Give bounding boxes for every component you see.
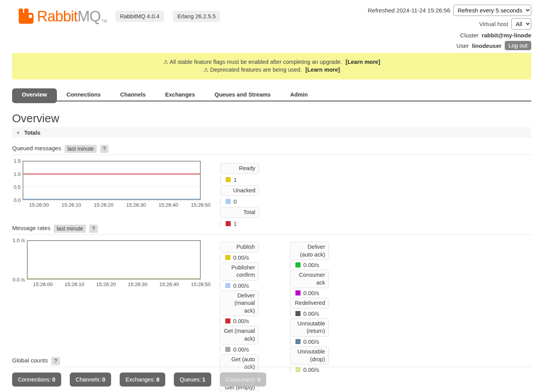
queued-messages-header: Queued messages last minute ?	[12, 145, 531, 155]
logo-text-mq: MQ	[78, 8, 101, 25]
legend-button-deliver-manual[interactable]: Deliver (manual ack)	[220, 290, 259, 316]
refresh-interval-select[interactable]: Refresh every 5 seconds	[453, 5, 531, 16]
page-title: Overview	[12, 112, 59, 125]
tab-overview[interactable]: Overview	[12, 88, 57, 103]
series-color-swatch	[225, 347, 230, 352]
legend-value-deliver-auto: 0.00/s	[290, 262, 333, 268]
global-counts-title: Global counts	[12, 357, 48, 364]
message-rates-legends: Publish 0.00/s Publisher confirm 0.00/s …	[220, 240, 334, 392]
legend-value-publisher-confirm: 0.00/s	[220, 282, 265, 289]
logo-text-rabbit: Rabbit	[37, 8, 78, 25]
queued-messages-legend: Ready 1 Unacked 0 Total 1	[220, 161, 267, 227]
main-nav-tabs: Overview Connections Channels Exchanges …	[12, 88, 531, 104]
message-rates-chart: 1.0 /s0.0 /s 15:26:0015:26:1015:26:2015:…	[12, 240, 201, 288]
virtual-host-select[interactable]: All	[511, 18, 531, 30]
warning-banner: ⚠ All stable feature flags must be enabl…	[12, 53, 531, 79]
user-name: linodeuser	[472, 42, 502, 49]
legend-value-ready: 1	[220, 176, 267, 183]
legend-value-unroutable-return: 0.00/s	[290, 338, 333, 345]
queued-messages-chart: 1.51.00.50.0 15:26:0015:26:1015:26:2015:…	[12, 161, 201, 209]
feature-flags-learn-more-link[interactable]: [Learn more]	[346, 59, 380, 65]
legend-button-total[interactable]: Total	[220, 207, 259, 218]
tab-connections[interactable]: Connections	[57, 88, 111, 103]
legend-value-get-manual: 0.00/s	[220, 346, 265, 353]
queued-help-icon[interactable]: ?	[100, 145, 109, 153]
series-color-swatch	[226, 177, 231, 182]
exchanges-count-button[interactable]: Exchanges:8	[120, 373, 165, 387]
legend-button-publish[interactable]: Publish	[220, 242, 259, 253]
rates-period-badge[interactable]: last minute	[54, 225, 86, 233]
series-color-swatch	[226, 199, 231, 204]
deprecated-warning-text: ⚠ Deprecated features are being used.	[203, 67, 302, 73]
queued-messages-body: 1.51.00.50.0 15:26:0015:26:1015:26:2015:…	[12, 161, 531, 227]
series-color-swatch	[295, 339, 301, 344]
queued-messages-title: Queued messages	[12, 145, 61, 151]
cluster-name: rabbit@my-linode	[482, 32, 531, 39]
rates-help-icon[interactable]: ?	[89, 225, 98, 233]
tab-exchanges[interactable]: Exchanges	[156, 88, 205, 103]
series-color-swatch	[225, 318, 230, 323]
message-rates-body: 1.0 /s0.0 /s 15:26:0015:26:1015:26:2015:…	[12, 240, 531, 392]
tab-queues-and-streams[interactable]: Queues and Streams	[205, 88, 280, 103]
rabbitmq-overview-page: RabbitMQTM RabbitMQ 4.0.4 Erlang 26.2.5.…	[0, 0, 541, 392]
legend-button-unacked[interactable]: Unacked	[220, 185, 259, 196]
legend-value-deliver-manual: 0.00/s	[220, 318, 265, 324]
rates-chart-y-axis: 1.0 /s0.0 /s	[12, 240, 27, 279]
message-rates-title: Message rates	[12, 225, 50, 231]
connections-count-button[interactable]: Connections:0	[12, 373, 61, 387]
totals-label: Totals	[24, 130, 41, 136]
queued-chart-plot	[23, 161, 201, 200]
legend-value-redelivered: 0.00/s	[290, 310, 333, 317]
consumers-count-button[interactable]: Consumers:0	[220, 373, 266, 387]
legend-button-redelivered[interactable]: Redelivered	[290, 298, 329, 309]
series-color-swatch	[295, 262, 301, 267]
refreshed-timestamp: Refreshed 2024-11-24 15:26:56	[368, 7, 450, 14]
cluster-label: Cluster	[460, 32, 479, 39]
series-color-swatch	[225, 255, 230, 260]
legend-value-consumer-ack: 0.00/s	[290, 290, 333, 296]
tab-channels[interactable]: Channels	[110, 88, 155, 103]
tab-admin[interactable]: Admin	[280, 88, 317, 103]
global-counts-header: Global counts ?	[12, 357, 531, 367]
legend-button-deliver-auto[interactable]: Deliver (auto ack)	[290, 242, 329, 260]
legend-button-ready[interactable]: Ready	[220, 163, 259, 174]
totals-section-header[interactable]: ▼ Totals	[12, 127, 531, 138]
queued-chart-y-axis: 1.51.00.50.0	[12, 161, 23, 200]
rates-chart-x-axis: 15:26:0015:26:1015:26:2015:26:3015:26:40…	[27, 279, 201, 288]
legend-button-unroutable-return[interactable]: Unroutable (return)	[290, 318, 329, 337]
legend-button-get-manual[interactable]: Get (manual ack)	[220, 326, 259, 344]
legend-value-unacked: 0	[220, 198, 267, 205]
logo-trademark: TM	[101, 19, 107, 25]
user-label: User	[456, 42, 469, 49]
rates-legend-left: Publish 0.00/s Publisher confirm 0.00/s …	[220, 240, 265, 392]
feature-flags-warning-text: ⚠ All stable feature flags must be enabl…	[163, 59, 342, 65]
legend-value-publish: 0.00/s	[220, 254, 265, 261]
logout-button[interactable]: Log out	[505, 41, 531, 50]
legend-button-publisher-confirm[interactable]: Publisher confirm	[220, 262, 259, 281]
rabbitmq-version-badge: RabbitMQ 4.0.4	[116, 11, 164, 22]
brand-area: RabbitMQTM RabbitMQ 4.0.4 Erlang 26.2.5.…	[18, 8, 220, 25]
queued-period-badge[interactable]: last minute	[65, 145, 97, 153]
message-rates-header: Message rates last minute ?	[12, 225, 531, 235]
series-color-swatch	[295, 290, 301, 295]
legend-button-consumer-ack[interactable]: Consumer ack	[290, 270, 329, 288]
queued-chart-x-axis: 15:26:0015:26:1015:26:2015:26:3015:26:40…	[23, 200, 201, 209]
erlang-version-badge: Erlang 26.2.5.5	[173, 11, 220, 22]
series-color-swatch	[225, 283, 230, 288]
deprecated-learn-more-link[interactable]: [Learn more]	[305, 67, 340, 73]
rabbitmq-logo-icon	[18, 8, 35, 25]
global-counts-help-icon[interactable]: ?	[51, 357, 60, 365]
rates-chart-plot	[27, 240, 201, 279]
queues-count-button[interactable]: Queues:1	[174, 373, 211, 387]
global-counts-buttons: Connections:0 Channels:0 Exchanges:8 Que…	[12, 373, 266, 387]
collapse-triangle-icon: ▼	[16, 130, 20, 135]
channels-count-button[interactable]: Channels:0	[70, 373, 111, 387]
rates-legend-right: Deliver (auto ack) 0.00/s Consumer ack 0…	[290, 240, 334, 373]
series-color-swatch	[295, 367, 301, 372]
legend-value-unroutable-drop: 0.00/s	[290, 366, 333, 373]
session-info: Refreshed 2024-11-24 15:26:56 Refresh ev…	[368, 5, 531, 53]
series-color-swatch	[295, 311, 301, 316]
virtual-host-label: Virtual host	[479, 21, 508, 27]
rabbitmq-logo[interactable]: RabbitMQTM	[18, 8, 107, 25]
